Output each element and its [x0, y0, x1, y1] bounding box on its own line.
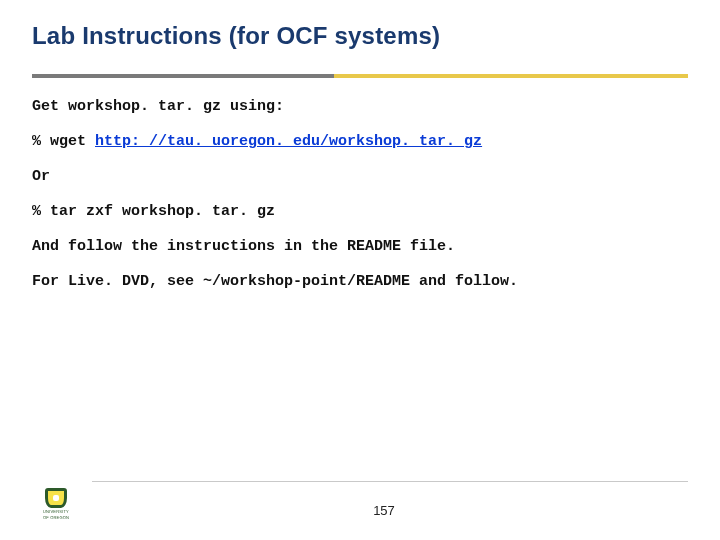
body-line-3: Or [32, 166, 688, 187]
rule-gold-segment [334, 74, 688, 78]
body-line-2: % wget http: //tau. uoregon. edu/worksho… [32, 131, 688, 152]
slide-title: Lab Instructions (for OCF systems) [32, 22, 688, 50]
logo-text-top: UNIVERSITY [43, 510, 69, 514]
body-line-4: % tar zxf workshop. tar. gz [32, 201, 688, 222]
title-rule [32, 74, 688, 78]
page-number: 157 [80, 503, 688, 520]
workshop-link[interactable]: http: //tau. uoregon. edu/workshop. tar.… [95, 133, 482, 150]
rule-gray-segment [32, 74, 334, 78]
slide: Lab Instructions (for OCF systems) Get w… [0, 0, 720, 540]
body-line-6: For Live. DVD, see ~/workshop-point/READ… [32, 271, 688, 292]
footer: UNIVERSITY OF OREGON 157 [32, 481, 688, 520]
uoregon-o-icon [45, 488, 67, 508]
footer-rule [92, 481, 688, 482]
uoregon-logo: UNIVERSITY OF OREGON [32, 488, 80, 520]
slide-body: Get workshop. tar. gz using: % wget http… [32, 96, 688, 292]
footer-row: UNIVERSITY OF OREGON 157 [32, 488, 688, 520]
wget-prefix: % wget [32, 133, 95, 150]
body-line-1: Get workshop. tar. gz using: [32, 96, 688, 117]
body-line-5: And follow the instructions in the READM… [32, 236, 688, 257]
logo-text-bottom: OF OREGON [43, 516, 69, 520]
